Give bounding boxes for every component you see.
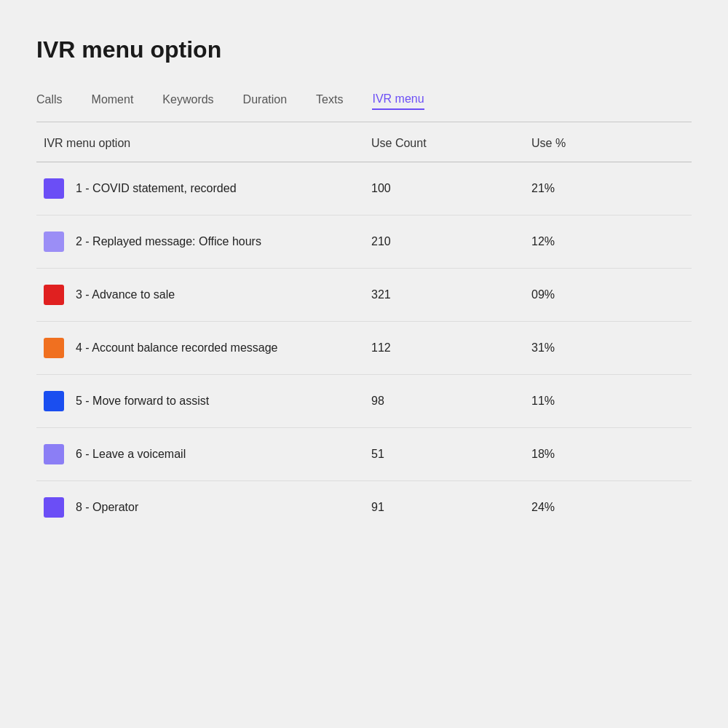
color-swatch (44, 285, 64, 305)
row-label: 8 - Operator (76, 501, 138, 514)
color-swatch (44, 232, 64, 252)
tabs-navigation: Calls Moment Keywords Duration Texts IVR… (36, 92, 692, 122)
row-label: 2 - Replayed message: Office hours (76, 235, 261, 248)
page-container: IVR menu option Calls Moment Keywords Du… (0, 0, 728, 728)
row-label: 3 - Advance to sale (76, 288, 175, 301)
row-name-cell: 8 - Operator (36, 497, 371, 518)
tab-duration[interactable]: Duration (243, 93, 287, 109)
row-count: 91 (371, 501, 531, 514)
row-count: 321 (371, 288, 531, 301)
row-percent: 09% (531, 288, 692, 301)
color-swatch (44, 444, 64, 464)
table-row: 6 - Leave a voicemail 51 18% (36, 428, 692, 481)
row-percent: 11% (531, 395, 692, 408)
tab-moment[interactable]: Moment (92, 93, 134, 109)
tab-calls[interactable]: Calls (36, 93, 63, 109)
table-row: 8 - Operator 91 24% (36, 481, 692, 534)
row-percent: 12% (531, 235, 692, 248)
row-name-cell: 5 - Move forward to assist (36, 391, 371, 411)
row-label: 6 - Leave a voicemail (76, 448, 186, 461)
row-label: 5 - Move forward to assist (76, 395, 209, 408)
row-count: 112 (371, 341, 531, 355)
row-label: 4 - Account balance recorded message (76, 341, 278, 355)
table-row: 4 - Account balance recorded message 112… (36, 322, 692, 375)
row-count: 100 (371, 182, 531, 195)
row-label: 1 - COVID statement, recorded (76, 182, 237, 195)
row-count: 210 (371, 235, 531, 248)
tab-keywords[interactable]: Keywords (162, 93, 213, 109)
table-row: 2 - Replayed message: Office hours 210 1… (36, 215, 692, 269)
row-percent: 21% (531, 182, 692, 195)
row-name-cell: 3 - Advance to sale (36, 285, 371, 305)
page-title: IVR menu option (36, 36, 692, 63)
row-name-cell: 4 - Account balance recorded message (36, 338, 371, 358)
column-header-option: IVR menu option (36, 137, 371, 150)
row-percent: 31% (531, 341, 692, 355)
row-name-cell: 2 - Replayed message: Office hours (36, 232, 371, 252)
row-name-cell: 1 - COVID statement, recorded (36, 178, 371, 199)
color-swatch (44, 178, 64, 199)
row-count: 51 (371, 448, 531, 461)
table-header: IVR menu option Use Count Use % (36, 122, 692, 162)
table-row: 3 - Advance to sale 321 09% (36, 269, 692, 322)
ivr-table: IVR menu option Use Count Use % 1 - COVI… (36, 122, 692, 534)
column-header-count: Use Count (371, 137, 531, 150)
color-swatch (44, 497, 64, 518)
tab-ivr-menu[interactable]: IVR menu (372, 92, 424, 110)
color-swatch (44, 391, 64, 411)
row-percent: 24% (531, 501, 692, 514)
column-header-percent: Use % (531, 137, 692, 150)
table-row: 5 - Move forward to assist 98 11% (36, 375, 692, 428)
tab-texts[interactable]: Texts (316, 93, 343, 109)
table-row: 1 - COVID statement, recorded 100 21% (36, 162, 692, 215)
color-swatch (44, 338, 64, 358)
row-name-cell: 6 - Leave a voicemail (36, 444, 371, 464)
row-percent: 18% (531, 448, 692, 461)
row-count: 98 (371, 395, 531, 408)
